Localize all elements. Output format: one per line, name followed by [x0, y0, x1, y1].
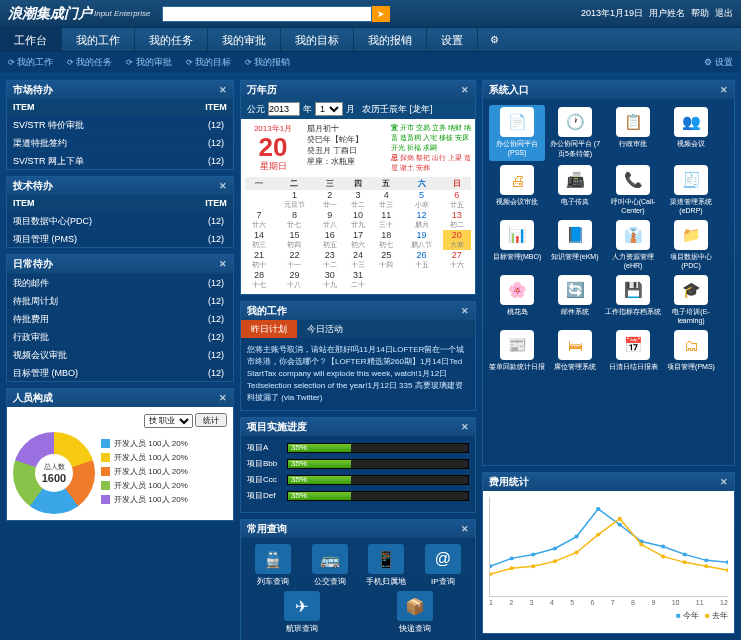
- list-item[interactable]: 渠道特批签约(12): [7, 133, 233, 151]
- list-item[interactable]: 项目数据中心(PDC)(12): [7, 211, 233, 229]
- subnav-link[interactable]: 我的报销: [245, 56, 290, 69]
- topbar-user[interactable]: 用户姓名: [649, 7, 685, 20]
- calendar-day[interactable]: 11三十: [372, 210, 400, 230]
- subnav-link[interactable]: 我的目标: [186, 56, 231, 69]
- calendar-day[interactable]: 3廿二: [344, 190, 372, 210]
- close-icon[interactable]: ✕: [219, 389, 227, 407]
- app-icon[interactable]: 📰签单回款统计日报: [489, 328, 545, 374]
- calendar-day[interactable]: 26十五: [400, 250, 442, 270]
- list-item[interactable]: SV/STR 特价审批(12): [7, 115, 233, 133]
- calendar-day[interactable]: 8廿七: [273, 210, 315, 230]
- list-item[interactable]: 待批周计划(12): [7, 291, 233, 309]
- app-icon[interactable]: 🕐办公协同平台 (7页5条待签): [547, 105, 603, 161]
- app-icon[interactable]: 🛏席位管理系统: [547, 328, 603, 374]
- query-item[interactable]: 🚌公交查询: [306, 544, 354, 587]
- calendar-day[interactable]: 7廿六: [245, 210, 273, 230]
- calendar-day[interactable]: 9廿八: [316, 210, 344, 230]
- app-icon[interactable]: 🧾渠道管理系统(eDRP): [663, 163, 719, 216]
- app-icon[interactable]: 🌸桃花岛: [489, 273, 545, 326]
- list-item[interactable]: 目标管理 (MBO)(12): [7, 363, 233, 381]
- search-button[interactable]: ➤: [372, 6, 390, 22]
- calendar-day[interactable]: 23十二: [316, 250, 344, 270]
- calendar-day[interactable]: 4廿三: [372, 190, 400, 210]
- calendar-day[interactable]: 21初十: [245, 250, 273, 270]
- calendar-day[interactable]: 10廿九: [344, 210, 372, 230]
- close-icon[interactable]: ✕: [219, 177, 227, 195]
- search-input[interactable]: [162, 6, 372, 22]
- calendar-day[interactable]: 27十六: [443, 250, 471, 270]
- calendar-day[interactable]: 13初二: [443, 210, 471, 230]
- calendar-day[interactable]: 29十八: [273, 270, 315, 290]
- app-icon[interactable]: 🔄邮件系统: [547, 273, 603, 326]
- close-icon[interactable]: ✕: [219, 255, 227, 273]
- calendar-day[interactable]: [443, 270, 471, 290]
- topbar-help[interactable]: 帮助: [691, 7, 709, 20]
- calendar-day[interactable]: [400, 270, 442, 290]
- calendar-day[interactable]: 31二十: [344, 270, 372, 290]
- subnav-link[interactable]: 我的工作: [8, 56, 53, 69]
- list-item[interactable]: SV/STR 网上下单(12): [7, 151, 233, 169]
- subnav-link[interactable]: 我的任务: [67, 56, 112, 69]
- calendar-day[interactable]: 28十七: [245, 270, 273, 290]
- calendar-day[interactable]: 25十四: [372, 250, 400, 270]
- app-icon[interactable]: 🖨视频会议审批: [489, 163, 545, 216]
- calendar-day[interactable]: 6廿五: [443, 190, 471, 210]
- calendar-day[interactable]: 2廿一: [316, 190, 344, 210]
- calendar-day[interactable]: 16初五: [316, 230, 344, 250]
- calendar-day[interactable]: 30十九: [316, 270, 344, 290]
- calendar-day[interactable]: 18初七: [372, 230, 400, 250]
- calendar-day[interactable]: 22十一: [273, 250, 315, 270]
- calendar-day[interactable]: 14初三: [245, 230, 273, 250]
- close-icon[interactable]: ✕: [219, 81, 227, 99]
- query-item[interactable]: 📱手机归属地: [362, 544, 410, 587]
- app-icon[interactable]: 👥视频会议: [663, 105, 719, 161]
- close-icon[interactable]: ✕: [461, 81, 469, 99]
- query-item[interactable]: @IP查询: [419, 544, 467, 587]
- close-icon[interactable]: ✕: [461, 520, 469, 538]
- subnav-link[interactable]: 我的审批: [126, 56, 171, 69]
- app-icon[interactable]: 📋行政审批: [605, 105, 661, 161]
- nav-tab[interactable]: 我的目标: [281, 28, 354, 51]
- list-item[interactable]: 行政审批(12): [7, 327, 233, 345]
- app-icon[interactable]: 💾工作指标存档系统: [605, 273, 661, 326]
- nav-tab[interactable]: 我的工作: [62, 28, 135, 51]
- app-icon[interactable]: 📊目标管理(MBO): [489, 218, 545, 271]
- calendar-day[interactable]: 17初六: [344, 230, 372, 250]
- calendar-day[interactable]: [245, 190, 273, 210]
- nav-tab[interactable]: 设置: [427, 28, 478, 51]
- close-icon[interactable]: ✕: [461, 418, 469, 436]
- cal-month-select[interactable]: 1: [315, 102, 343, 116]
- mywork-tab[interactable]: 昨日计划: [241, 320, 297, 338]
- app-icon[interactable]: 📘知识管理(eKM): [547, 218, 603, 271]
- app-icon[interactable]: 📠电子传真: [547, 163, 603, 216]
- mywork-tab[interactable]: 今日活动: [297, 320, 353, 338]
- app-icon[interactable]: 📅日清日结日报表: [605, 328, 661, 374]
- query-item[interactable]: ✈航班查询: [278, 591, 326, 634]
- app-icon[interactable]: 📞呼叫中心(Call-Center): [605, 163, 661, 216]
- close-icon[interactable]: ✕: [461, 302, 469, 320]
- app-icon[interactable]: 📁项目数据中心(PDC): [663, 218, 719, 271]
- query-item[interactable]: 📦快递查询: [391, 591, 439, 634]
- app-icon[interactable]: 🎓电子培训(E-learning): [663, 273, 719, 326]
- app-icon[interactable]: 📄办公协同平台(PSS): [489, 105, 545, 161]
- app-icon[interactable]: 👔人力资源管理(eHR): [605, 218, 661, 271]
- calendar-day[interactable]: 1元旦节: [273, 190, 315, 210]
- calendar-day[interactable]: 15初四: [273, 230, 315, 250]
- nav-tab[interactable]: 工作台: [0, 28, 62, 51]
- nav-tab[interactable]: 我的报销: [354, 28, 427, 51]
- calendar-day[interactable]: 20大寒: [443, 230, 471, 250]
- staff-stat-button[interactable]: 统计: [195, 413, 227, 427]
- list-item[interactable]: 待批费用(12): [7, 309, 233, 327]
- topbar-logout[interactable]: 退出: [715, 7, 733, 20]
- close-icon[interactable]: ✕: [720, 473, 728, 491]
- app-icon[interactable]: 🗂项目管理(PMS): [663, 328, 719, 374]
- calendar-day[interactable]: 12腊月: [400, 210, 442, 230]
- nav-tab[interactable]: 我的任务: [135, 28, 208, 51]
- list-item[interactable]: 我的邮件(12): [7, 273, 233, 291]
- staff-filter[interactable]: 技 职业: [144, 414, 193, 428]
- gear-icon[interactable]: ⚙: [482, 28, 507, 51]
- nav-tab[interactable]: 我的审批: [208, 28, 281, 51]
- calendar-day[interactable]: 19腊八节: [400, 230, 442, 250]
- list-item[interactable]: 视频会议审批(12): [7, 345, 233, 363]
- query-item[interactable]: 🚆列车查询: [249, 544, 297, 587]
